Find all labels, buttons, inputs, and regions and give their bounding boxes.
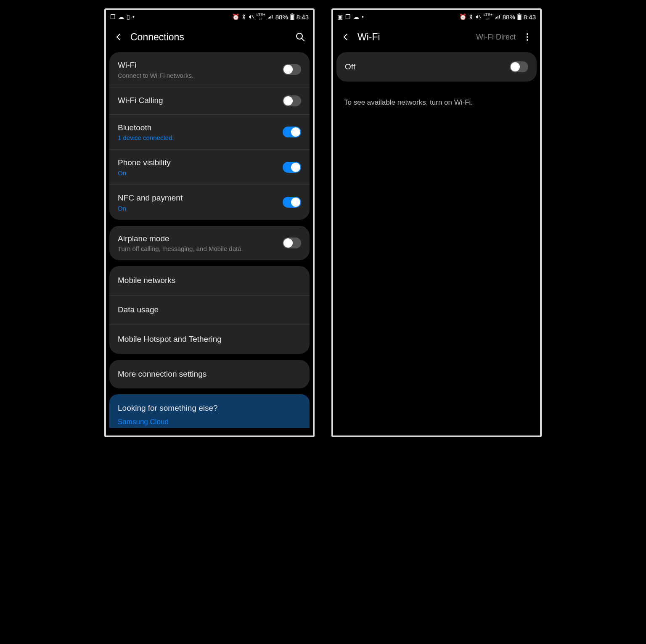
row-subtitle: Turn off calling, messaging, and Mobile …: [118, 245, 283, 252]
battery-percent: 88%: [275, 13, 288, 21]
row-subtitle: On: [118, 169, 283, 177]
settings-row-hotspot[interactable]: Mobile Hotspot and Tethering: [109, 325, 310, 354]
help-link-samsung-cloud[interactable]: Samsung Cloud: [109, 418, 310, 428]
row-title: Mobile networks: [118, 275, 301, 286]
settings-group: Wi-Fi Connect to Wi-Fi networks. Wi-Fi C…: [109, 52, 310, 220]
header: Wi-Fi Wi-Fi Direct: [333, 24, 540, 52]
settings-row-more[interactable]: More connection settings: [109, 360, 310, 389]
content-list: Wi-Fi Connect to Wi-Fi networks. Wi-Fi C…: [106, 52, 313, 435]
wifi-toggle[interactable]: [283, 64, 301, 75]
settings-row-data-usage[interactable]: Data usage: [109, 296, 310, 325]
row-subtitle: Connect to Wi-Fi networks.: [118, 72, 283, 79]
svg-point-11: [527, 36, 528, 38]
page-title: Wi-Fi: [357, 32, 476, 43]
nfc-toggle[interactable]: [283, 197, 301, 208]
row-title: Wi-Fi Calling: [118, 95, 283, 106]
signal-icon: [267, 14, 273, 19]
mute-icon: [476, 14, 482, 19]
back-button[interactable]: [340, 31, 352, 43]
more-notifications-icon: •: [132, 13, 135, 20]
help-title: Looking for something else?: [109, 394, 310, 418]
settings-row-airplane[interactable]: Airplane mode Turn off calling, messagin…: [109, 226, 310, 261]
screenshot-icon: ▣: [337, 13, 343, 20]
alarm-icon: ⏰: [232, 13, 239, 20]
bluetooth-icon: [241, 14, 246, 20]
back-button[interactable]: [113, 31, 124, 43]
phone-wifi: ▣ ❐ ☁ • ⏰ LTE+↓↑ 88% 8:43: [331, 8, 542, 437]
cloud-icon: ☁: [353, 13, 359, 20]
row-title: Wi-Fi: [118, 60, 283, 71]
header: Connections: [106, 24, 313, 52]
svg-rect-9: [518, 15, 521, 20]
status-bar: ▣ ❐ ☁ • ⏰ LTE+↓↑ 88% 8:43: [333, 10, 540, 24]
cloud-icon: ☁: [118, 13, 124, 20]
mute-icon: [249, 14, 254, 19]
more-options-button[interactable]: [522, 31, 533, 43]
settings-row-nfc[interactable]: NFC and payment On: [109, 185, 310, 220]
search-button[interactable]: [294, 31, 306, 43]
svg-line-0: [252, 15, 254, 18]
battery-icon: [517, 13, 522, 20]
battery-icon: [290, 13, 294, 20]
phone-connections: ❐ ☁ ▯ • ⏰ LTE+↓↑ 88% 8:43: [104, 8, 315, 437]
row-title: Mobile Hotspot and Tethering: [118, 334, 301, 345]
row-title: Data usage: [118, 305, 301, 315]
row-subtitle: On: [118, 205, 283, 212]
svg-point-12: [527, 39, 528, 41]
empty-state-message: To see available networks, turn on Wi-Fi…: [336, 87, 537, 118]
row-title: Airplane mode: [118, 234, 283, 244]
svg-point-10: [527, 33, 528, 35]
settings-row-phone-visibility[interactable]: Phone visibility On: [109, 150, 310, 185]
clock: 8:43: [297, 13, 309, 21]
help-card[interactable]: Looking for something else? Samsung Clou…: [109, 394, 310, 428]
page-title: Connections: [130, 32, 294, 43]
network-type-icon: LTE+↓↑: [257, 13, 265, 21]
signal-icon: [495, 14, 500, 19]
multiwindow-icon: ❐: [110, 13, 116, 20]
settings-group: Airplane mode Turn off calling, messagin…: [109, 226, 310, 261]
svg-rect-3: [291, 15, 294, 20]
phone-visibility-toggle[interactable]: [283, 162, 301, 173]
more-notifications-icon: •: [362, 13, 364, 20]
battery-saver-icon: ▯: [127, 13, 130, 20]
settings-group: Mobile networks Data usage Mobile Hotspo…: [109, 266, 310, 354]
bluetooth-icon: [469, 14, 474, 20]
row-title: NFC and payment: [118, 193, 283, 203]
row-title: Phone visibility: [118, 158, 283, 168]
row-title: Bluetooth: [118, 123, 283, 133]
multiwindow-icon: ❐: [345, 13, 351, 20]
settings-row-wifi[interactable]: Wi-Fi Connect to Wi-Fi networks.: [109, 52, 310, 87]
row-title: More connection settings: [118, 369, 301, 380]
settings-row-bluetooth[interactable]: Bluetooth 1 device connected.: [109, 115, 310, 150]
status-bar: ❐ ☁ ▯ • ⏰ LTE+↓↑ 88% 8:43: [106, 10, 313, 24]
content-list: Off To see available networks, turn on W…: [333, 52, 540, 435]
wifi-direct-button[interactable]: Wi-Fi Direct: [476, 33, 516, 42]
clock: 8:43: [524, 13, 536, 21]
bluetooth-toggle[interactable]: [283, 127, 301, 137]
svg-line-6: [479, 15, 481, 18]
master-switch-card: Off: [336, 52, 537, 82]
wifi-master-switch-row[interactable]: Off: [336, 52, 537, 82]
switch-label: Off: [345, 62, 510, 72]
row-subtitle: 1 device connected.: [118, 134, 283, 141]
settings-group: More connection settings: [109, 360, 310, 389]
settings-row-wifi-calling[interactable]: Wi-Fi Calling: [109, 87, 310, 115]
svg-line-5: [302, 38, 304, 41]
wifi-master-toggle[interactable]: [510, 61, 528, 72]
alarm-icon: ⏰: [459, 13, 466, 20]
airplane-toggle[interactable]: [283, 238, 301, 248]
settings-row-mobile-networks[interactable]: Mobile networks: [109, 266, 310, 296]
battery-percent: 88%: [503, 13, 515, 21]
network-type-icon: LTE+↓↑: [484, 13, 492, 21]
wifi-calling-toggle[interactable]: [283, 95, 301, 106]
